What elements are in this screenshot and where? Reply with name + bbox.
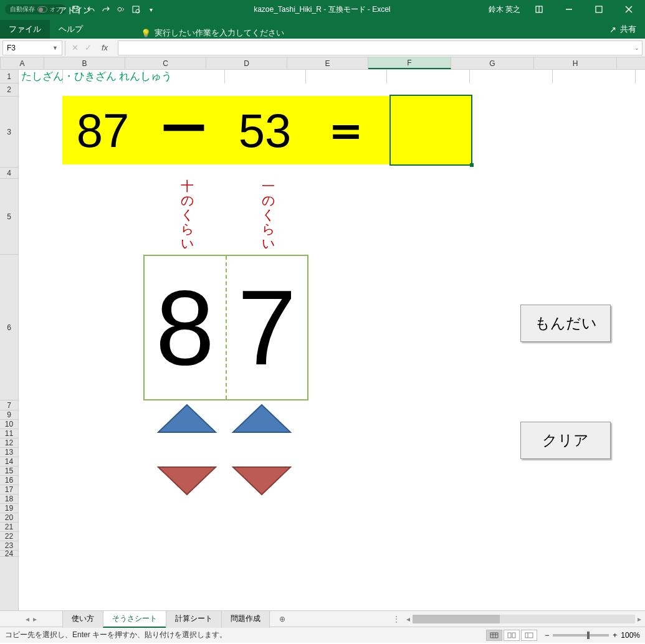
qat-customize-icon[interactable]: ▾ — [146, 4, 156, 14]
worksheet[interactable]: たしざん・ひきざん れんしゅう 87 ー 53 ＝ 十のくらい 一のくらい 8 … — [19, 70, 645, 610]
accept-formula-icon[interactable]: ✓ — [85, 43, 92, 52]
svg-rect-4 — [596, 6, 602, 12]
row-header-19[interactable]: 19 — [0, 504, 18, 513]
col-header-A[interactable]: A — [1, 57, 44, 69]
row-header-21[interactable]: 21 — [0, 523, 18, 532]
svg-marker-7 — [158, 467, 216, 495]
problem-button[interactable]: もんだい — [520, 305, 611, 342]
col-header-F[interactable]: F — [368, 57, 451, 69]
name-box[interactable]: F3 ▼ — [2, 40, 62, 55]
scroll-thumb[interactable] — [413, 615, 500, 623]
zoom-control: − + 100% — [545, 631, 640, 640]
sheet-tabs-row: ◂ ▸ 使い方そうさシート計算シート問題作成 ⊕ ⋮ ◂ ▸ — [0, 610, 645, 627]
tab-split-icon[interactable]: ⋮ — [390, 615, 403, 623]
ones-down-button[interactable] — [231, 466, 293, 496]
row-header-18[interactable]: 18 — [0, 495, 18, 504]
row-header-3[interactable]: 3 — [0, 97, 18, 168]
sheet-tab-2[interactable]: 計算シート — [166, 610, 222, 628]
next-sheet-icon[interactable]: ▸ — [33, 615, 37, 623]
row-header-24[interactable]: 24 — [0, 551, 18, 557]
equation-right: 53 — [224, 103, 305, 158]
answer-cell-selected[interactable] — [389, 95, 472, 166]
close-button[interactable] — [618, 0, 640, 19]
row-header-4[interactable]: 4 — [0, 168, 18, 179]
ribbon-options-icon[interactable] — [528, 0, 550, 19]
share-icon: ↗ — [609, 25, 616, 34]
col-header-B[interactable]: B — [44, 57, 125, 69]
fill-handle[interactable] — [470, 163, 474, 167]
new-sheet-button[interactable]: ⊕ — [274, 613, 290, 625]
share-button[interactable]: ↗ 共有 — [601, 20, 645, 39]
page-break-view-button[interactable] — [521, 630, 537, 641]
row-header-10[interactable]: 10 — [0, 420, 18, 429]
scroll-left-icon[interactable]: ◂ — [406, 615, 410, 623]
row-header-7[interactable]: 7 — [0, 400, 18, 410]
row-header-1[interactable]: 1 — [0, 70, 18, 83]
tens-digit: 8 — [145, 256, 226, 399]
col-header-C[interactable]: C — [125, 57, 206, 69]
tens-down-button[interactable] — [156, 466, 218, 496]
user-name[interactable]: 鈴木 英之 — [489, 4, 520, 15]
grid-area: 12345679101112131415161718192021222324 た… — [0, 70, 645, 610]
tab-8[interactable]: アドイン — [50, 1, 135, 20]
sheet-tab-3[interactable]: 問題作成 — [221, 610, 270, 628]
decrement-row — [156, 466, 293, 496]
zoom-slider[interactable] — [553, 634, 609, 637]
tab-9[interactable]: ヘルプ — [50, 20, 135, 39]
sheet-tab-0[interactable]: 使い方 — [62, 610, 103, 628]
row-header-14[interactable]: 14 — [0, 457, 18, 466]
row-header-9[interactable]: 9 — [0, 410, 18, 420]
minimize-button[interactable] — [558, 0, 580, 19]
equation-equals: ＝ — [305, 98, 386, 163]
row-header-11[interactable]: 11 — [0, 429, 18, 438]
row-header-15[interactable]: 15 — [0, 466, 18, 476]
search-icon: 💡 — [141, 29, 151, 38]
col-header-I[interactable]: I — [617, 57, 645, 69]
prev-sheet-icon[interactable]: ◂ — [26, 615, 29, 623]
clear-button[interactable]: クリア — [520, 422, 611, 459]
expand-formula-icon[interactable]: ⌄ — [634, 45, 639, 51]
sheet-tab-1[interactable]: そうさシート — [103, 610, 166, 628]
row-header-20[interactable]: 20 — [0, 513, 18, 523]
formula-bar[interactable]: ⌄ — [118, 40, 643, 55]
col-header-G[interactable]: G — [451, 57, 534, 69]
svg-rect-12 — [525, 633, 533, 638]
tens-up-button[interactable] — [156, 404, 218, 433]
row-header-17[interactable]: 17 — [0, 485, 18, 495]
col-header-D[interactable]: D — [206, 57, 287, 69]
cancel-formula-icon[interactable]: ✕ — [72, 43, 79, 52]
zoom-out-button[interactable]: − — [545, 631, 549, 640]
equation-left: 87 — [62, 103, 143, 158]
row-header-12[interactable]: 12 — [0, 438, 18, 448]
page-layout-view-button[interactable] — [504, 630, 520, 641]
normal-view-button[interactable] — [486, 630, 502, 641]
col-header-E[interactable]: E — [287, 57, 368, 69]
row-header-2[interactable]: 2 — [0, 83, 18, 97]
row-header-22[interactable]: 22 — [0, 532, 18, 541]
ones-place-label: 一のくらい — [262, 179, 274, 250]
svg-rect-10 — [508, 633, 511, 638]
row-header-16[interactable]: 16 — [0, 476, 18, 485]
zoom-in-button[interactable]: + — [613, 631, 617, 640]
row-header-6[interactable]: 6 — [0, 255, 18, 400]
tell-me-search[interactable]: 💡 実行したい作業を入力してください — [141, 27, 284, 39]
status-message: コピー先を選択し、Enter キーを押すか、貼り付けを選択します。 — [5, 630, 479, 640]
row-header-13[interactable]: 13 — [0, 448, 18, 457]
view-buttons — [486, 630, 537, 641]
col-header-H[interactable]: H — [534, 57, 617, 69]
chevron-down-icon: ▼ — [52, 45, 58, 51]
ones-up-button[interactable] — [231, 404, 293, 433]
horizontal-scrollbar[interactable]: ◂ ▸ — [403, 615, 645, 623]
select-all-corner[interactable] — [0, 57, 1, 69]
zoom-level[interactable]: 100% — [621, 631, 640, 640]
fx-icon[interactable]: fx — [98, 43, 112, 52]
sheet-nav[interactable]: ◂ ▸ — [0, 615, 62, 623]
tab-file[interactable]: ファイル — [0, 20, 50, 39]
ribbon-tabs: ファイル ホーム挿入ページ レイアウト数式データ校閲表示開発アドインヘルプ 💡 … — [0, 19, 645, 39]
row-header-5[interactable]: 5 — [0, 179, 18, 255]
worksheet-title: たしざん・ひきざん れんしゅう — [21, 70, 172, 83]
toggle-icon — [37, 6, 47, 12]
maximize-button[interactable] — [588, 0, 610, 19]
name-box-value: F3 — [7, 44, 16, 52]
scroll-right-icon[interactable]: ▸ — [638, 615, 641, 623]
